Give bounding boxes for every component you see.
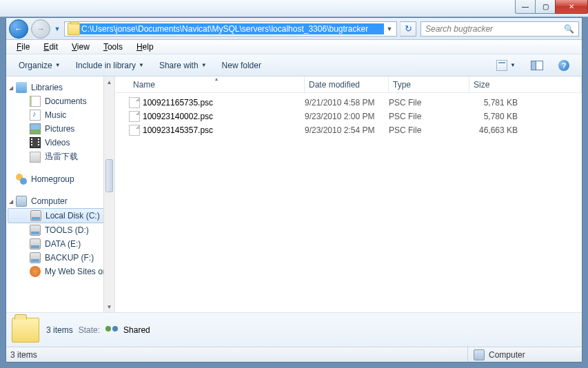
help-icon: ? (558, 60, 569, 71)
search-icon: 🔍 (564, 24, 574, 34)
share-with-button[interactable]: Share with ▼ (154, 58, 212, 73)
sidebar-item-music[interactable]: Music (6, 108, 114, 122)
menu-view[interactable]: View (65, 41, 96, 53)
computer-icon (16, 196, 27, 207)
explorer-window: ← → ▼ C:\Users\jonse\Documents\Navicat\M… (6, 17, 582, 362)
web-icon (30, 266, 41, 277)
status-bar: 3 items Computer (6, 347, 582, 362)
column-type[interactable]: Type (389, 76, 469, 92)
sidebar-item-backup-f[interactable]: BACKUP (F:) (6, 251, 114, 265)
search-placeholder: Search bugtracker (425, 24, 564, 34)
file-icon (129, 125, 140, 136)
help-button[interactable]: ? (553, 57, 575, 74)
sidebar-item-local-disk-c[interactable]: Local Disk (C:) (8, 208, 113, 223)
state-value: Shared (123, 325, 150, 335)
nav-history-dropdown[interactable]: ▼ (53, 25, 61, 32)
file-icon (129, 97, 140, 108)
shared-icon (105, 326, 118, 334)
new-folder-button[interactable]: New folder (216, 58, 267, 73)
address-path[interactable]: C:\Users\jonse\Documents\Navicat\MySQL\s… (80, 23, 384, 34)
organize-button[interactable]: Organize ▼ (13, 58, 66, 73)
column-date-modified[interactable]: Date modified (305, 76, 389, 92)
command-bar: Organize ▼ Include in library ▼ Share wi… (6, 54, 582, 76)
minimize-button[interactable]: — (515, 0, 536, 14)
sidebar-libraries[interactable]: ◢Libraries (6, 81, 114, 94)
details-pane: 3 items State: Shared (6, 312, 582, 347)
main-area: ◢Libraries Documents Music Pictures Vide… (6, 76, 582, 312)
address-bar[interactable]: C:\Users\jonse\Documents\Navicat\MySQL\s… (64, 21, 397, 37)
maximize-button[interactable]: ▢ (535, 0, 556, 14)
preview-pane-button[interactable] (525, 58, 549, 73)
include-library-button[interactable]: Include in library ▼ (70, 58, 150, 73)
navigation-pane: ◢Libraries Documents Music Pictures Vide… (6, 76, 115, 312)
computer-icon (474, 349, 485, 360)
drive-icon (30, 252, 41, 263)
scroll-up-icon[interactable]: ▲ (104, 76, 114, 88)
drive-icon (30, 225, 41, 236)
sort-asc-icon: ▲ (214, 76, 219, 81)
folder-icon (68, 23, 80, 35)
state-label: State: (79, 325, 100, 335)
search-box[interactable]: Search bugtracker 🔍 (420, 21, 579, 37)
back-button[interactable]: ← (9, 19, 28, 39)
column-name[interactable]: Name▲ (129, 76, 305, 92)
refresh-button[interactable]: ↻ (400, 21, 416, 37)
view-options-button[interactable]: ▼ (491, 57, 521, 74)
folder-large-icon (12, 318, 39, 343)
homegroup-icon (16, 174, 27, 185)
menu-help[interactable]: Help (130, 41, 160, 53)
drive-icon (30, 210, 41, 221)
file-list-pane: Name▲ Date modified Type Size 1009211657… (115, 76, 582, 312)
column-headers: Name▲ Date modified Type Size (115, 76, 582, 93)
file-row[interactable]: 100923145357.psc 9/23/2010 2:54 PMPSC Fi… (115, 123, 582, 137)
sidebar-item-data-e[interactable]: DATA (E:) (6, 237, 114, 251)
file-row[interactable]: 100921165735.psc 9/21/2010 4:58 PMPSC Fi… (115, 96, 582, 110)
sidebar-item-myweb[interactable]: My Web Sites on (6, 265, 114, 278)
file-row[interactable]: 100923140002.psc 9/23/2010 2:00 PMPSC Fi… (115, 110, 582, 123)
pane-icon (531, 61, 543, 70)
address-dropdown[interactable]: ▼ (384, 25, 395, 32)
documents-icon (30, 96, 41, 107)
item-count: 3 items (46, 325, 73, 335)
menu-bar: File Edit View Tools Help (6, 40, 582, 54)
sidebar-item-tools-d[interactable]: TOOLS (D:) (6, 223, 114, 237)
nav-bar: ← → ▼ C:\Users\jonse\Documents\Navicat\M… (6, 18, 582, 40)
sidebar-item-xunlei[interactable]: 迅雷下载 (6, 150, 114, 164)
status-item-count: 3 items (10, 350, 37, 360)
pictures-icon (30, 123, 41, 134)
menu-file[interactable]: File (10, 41, 36, 53)
titlebar: — ▢ ✕ (0, 0, 588, 17)
menu-edit[interactable]: Edit (37, 41, 64, 53)
file-icon (129, 111, 140, 122)
view-icon (496, 60, 507, 71)
download-icon (30, 152, 41, 163)
forward-button[interactable]: → (31, 19, 50, 39)
menu-tools[interactable]: Tools (97, 41, 129, 53)
sidebar-scrollbar[interactable]: ▲ ▼ (103, 76, 114, 312)
sidebar-computer[interactable]: ◢Computer (6, 194, 114, 208)
column-size[interactable]: Size (469, 76, 582, 92)
sidebar-item-videos[interactable]: Videos (6, 136, 114, 150)
sidebar-homegroup[interactable]: Homegroup (6, 172, 114, 186)
status-location: Computer (467, 347, 578, 362)
scroll-thumb[interactable] (105, 159, 113, 192)
sidebar-item-documents[interactable]: Documents (6, 94, 114, 108)
file-list: 100921165735.psc 9/21/2010 4:58 PMPSC Fi… (115, 93, 582, 312)
drive-icon (30, 238, 41, 249)
videos-icon (30, 137, 41, 148)
close-button[interactable]: ✕ (555, 0, 588, 14)
scroll-down-icon[interactable]: ▼ (104, 301, 114, 312)
sidebar-item-pictures[interactable]: Pictures (6, 122, 114, 136)
libraries-icon (16, 82, 27, 93)
music-icon (30, 110, 41, 121)
